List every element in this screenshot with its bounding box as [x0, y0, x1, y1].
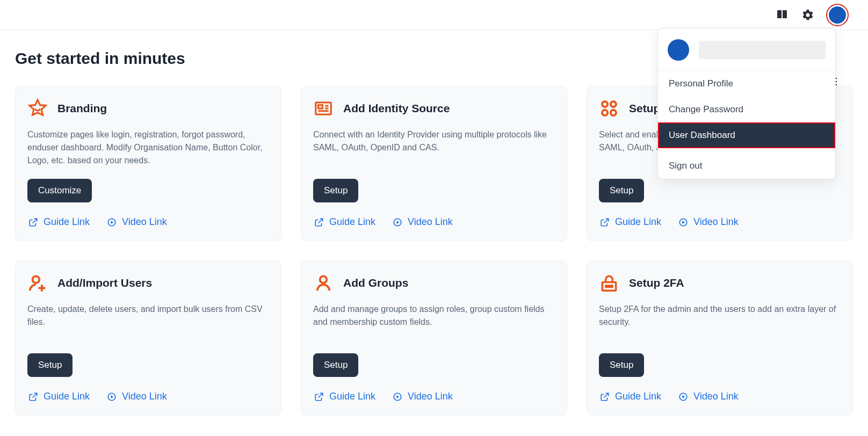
apps-icon — [599, 98, 619, 119]
guide-link-label: Guide Link — [329, 391, 375, 402]
setup-button[interactable]: Setup — [313, 353, 358, 377]
book-icon[interactable] — [775, 8, 790, 23]
video-link[interactable]: Video Link — [678, 216, 739, 228]
setup-button[interactable]: Setup — [313, 179, 358, 202]
video-link[interactable]: Video Link — [678, 391, 739, 402]
top-bar — [0, 0, 868, 30]
card-description: Customize pages like login, registration… — [27, 128, 269, 167]
card-title: Setup 2FA — [629, 277, 684, 289]
svg-point-19 — [606, 286, 607, 287]
guide-link[interactable]: Guide Link — [314, 216, 375, 228]
setup-button[interactable]: Setup — [599, 179, 644, 202]
guide-link-label: Guide Link — [329, 216, 375, 228]
menu-user-dashboard-label: User Dashboard — [659, 123, 834, 147]
card-description: Connect with an Identity Provider using … — [313, 128, 555, 167]
user-plus-icon — [27, 273, 48, 293]
guide-link[interactable]: Guide Link — [28, 216, 90, 228]
dropdown-separator — [658, 150, 835, 151]
video-link-label: Video Link — [122, 391, 167, 402]
profile-dropdown: Personal Profile Change Password User Da… — [657, 28, 836, 179]
guide-link-label: Guide Link — [615, 216, 661, 228]
svg-point-8 — [611, 101, 616, 107]
video-link[interactable]: Video Link — [107, 391, 167, 402]
guide-link-label: Guide Link — [615, 391, 661, 402]
card-title: Add Groups — [343, 277, 408, 289]
video-link-label: Video Link — [693, 391, 739, 402]
id-card-icon — [313, 98, 334, 119]
card-add-groups: Add Groups Add and manage groups to assi… — [301, 260, 567, 416]
card-description: Create, update, delete users, and import… — [27, 303, 269, 341]
guide-link[interactable]: Guide Link — [28, 391, 90, 402]
guide-link-label: Guide Link — [44, 391, 90, 402]
avatar-dot — [829, 6, 846, 24]
video-link[interactable]: Video Link — [393, 391, 453, 402]
menu-personal-profile[interactable]: Personal Profile — [658, 71, 835, 97]
video-link[interactable]: Video Link — [107, 216, 167, 228]
guide-link[interactable]: Guide Link — [314, 391, 375, 402]
guide-link[interactable]: Guide Link — [600, 391, 661, 402]
card-title: Add Identity Source — [343, 102, 450, 115]
card-branding: Branding Customize pages like login, reg… — [15, 86, 281, 241]
star-icon — [27, 98, 48, 119]
svg-point-12 — [33, 276, 40, 283]
card-import-users: Add/Import Users Create, update, delete … — [15, 260, 281, 416]
card-description: Add and manage groups to assign roles, g… — [313, 303, 555, 341]
dropdown-username-redacted — [699, 41, 826, 59]
svg-point-10 — [611, 110, 616, 115]
card-title: Branding — [57, 102, 107, 115]
setup-button[interactable]: Setup — [27, 353, 73, 377]
card-setup-2fa: Setup 2FA Setup 2FA for the admin and th… — [587, 260, 853, 416]
guide-link-label: Guide Link — [44, 216, 90, 228]
svg-rect-2 — [319, 105, 323, 108]
card-identity-source: Add Identity Source Connect with an Iden… — [301, 86, 567, 241]
video-link-label: Video Link — [408, 216, 453, 228]
guide-link[interactable]: Guide Link — [600, 216, 661, 228]
video-link-label: Video Link — [122, 216, 167, 228]
svg-point-16 — [320, 276, 327, 283]
card-description: Setup 2FA for the admin and the users to… — [599, 303, 841, 341]
user-icon — [313, 273, 334, 293]
menu-sign-out[interactable]: Sign out — [658, 153, 835, 179]
dropdown-avatar — [668, 39, 689, 61]
profile-avatar[interactable] — [826, 4, 849, 26]
menu-change-password[interactable]: Change Password — [658, 97, 835, 122]
gear-icon[interactable] — [800, 8, 815, 23]
dropdown-header — [658, 28, 835, 71]
setup-button[interactable]: Setup — [599, 353, 644, 377]
card-title: Add/Import Users — [57, 277, 152, 289]
svg-point-20 — [608, 286, 610, 287]
video-link-label: Video Link — [693, 216, 739, 228]
menu-user-dashboard[interactable]: User Dashboard — [658, 122, 835, 148]
customize-button[interactable]: Customize — [27, 179, 92, 202]
svg-point-7 — [602, 101, 607, 107]
video-link[interactable]: Video Link — [393, 216, 453, 228]
svg-point-9 — [602, 110, 607, 115]
svg-point-21 — [611, 286, 612, 287]
lock-icon — [599, 273, 619, 293]
video-link-label: Video Link — [408, 391, 453, 402]
